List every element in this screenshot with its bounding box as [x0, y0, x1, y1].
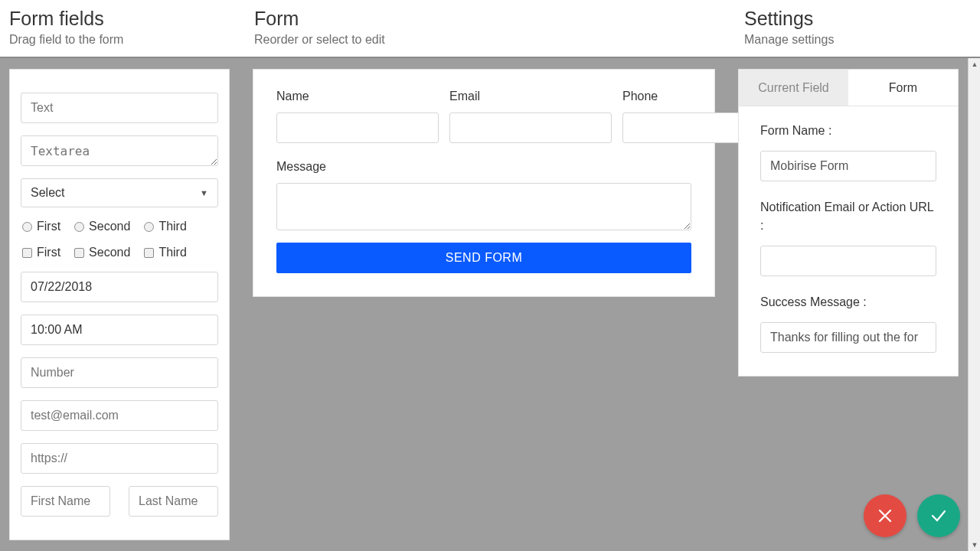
palette-lastname-field[interactable]	[129, 486, 218, 517]
workspace: Select ▼ First Second Third First Second…	[0, 58, 980, 551]
input-email[interactable]	[449, 112, 612, 143]
palette-radio-first[interactable]: First	[22, 220, 60, 233]
chevron-down-icon: ▼	[200, 188, 208, 197]
tab-form[interactable]: Form	[848, 70, 958, 106]
header-bar: Form fields Drag field to the form Form …	[0, 0, 980, 58]
header-sub-fields: Drag field to the form	[9, 33, 236, 47]
palette-checkbox-row: First Second Third	[21, 246, 218, 259]
palette-time-field[interactable]	[21, 315, 218, 345]
settings-panel: Current Field Form Form Name : Notificat…	[738, 69, 959, 377]
input-notification[interactable]	[760, 246, 936, 276]
palette-select-field[interactable]: Select ▼	[21, 178, 218, 207]
input-name[interactable]	[276, 112, 439, 143]
palette-radio-row: First Second Third	[21, 220, 218, 233]
palette-radio-third[interactable]: Third	[144, 220, 186, 233]
palette-date-field[interactable]	[21, 272, 218, 302]
header-col-form: Form Reorder or select to edit	[245, 0, 735, 57]
checkbox-icon	[74, 248, 84, 258]
palette-name-pair	[21, 486, 218, 517]
header-sub-settings: Manage settings	[744, 33, 971, 47]
radio-icon	[144, 222, 154, 232]
header-title-settings: Settings	[744, 8, 971, 30]
palette-radio-second[interactable]: Second	[74, 220, 130, 233]
palette-text-field[interactable]	[21, 93, 218, 123]
fab-row	[864, 494, 960, 537]
header-title-form: Form	[254, 8, 726, 30]
cancel-button[interactable]	[864, 494, 906, 537]
label-email: Email	[449, 90, 612, 103]
settings-tabs: Current Field Form	[739, 70, 958, 106]
header-col-settings: Settings Manage settings	[735, 0, 980, 57]
input-success-message[interactable]	[760, 322, 936, 353]
header-title-fields: Form fields	[9, 8, 236, 30]
palette-email-field[interactable]	[21, 400, 218, 431]
label-name: Name	[276, 90, 439, 103]
checkbox-icon	[22, 248, 32, 258]
header-col-fields: Form fields Drag field to the form	[0, 0, 245, 57]
form-row-top: Name Email Phone	[276, 90, 691, 143]
label-message: Message	[276, 160, 691, 174]
vertical-scrollbar[interactable]: ▲ ▼	[968, 58, 980, 551]
field-palette: Select ▼ First Second Third First Second…	[9, 69, 230, 540]
form-field-message[interactable]: Message	[276, 160, 691, 230]
scroll-up-icon[interactable]: ▲	[969, 58, 980, 70]
radio-icon	[74, 222, 84, 232]
label-success-message: Success Message :	[760, 293, 936, 311]
palette-check-first[interactable]: First	[22, 246, 60, 259]
palette-check-third[interactable]: Third	[144, 246, 186, 259]
form-field-name[interactable]: Name	[276, 90, 439, 143]
scroll-down-icon[interactable]: ▼	[969, 539, 980, 551]
input-message[interactable]	[276, 183, 691, 230]
tab-current-field[interactable]: Current Field	[739, 70, 848, 106]
palette-select-label: Select	[31, 186, 64, 200]
form-field-email[interactable]: Email	[449, 90, 612, 143]
palette-check-second[interactable]: Second	[74, 246, 130, 259]
confirm-button[interactable]	[917, 494, 960, 537]
checkbox-icon	[144, 248, 154, 258]
settings-body: Form Name : Notification Email or Action…	[739, 106, 958, 376]
check-icon	[929, 507, 948, 525]
form-canvas[interactable]: Name Email Phone Message SEND FORM	[253, 69, 715, 297]
palette-url-field[interactable]	[21, 443, 218, 474]
radio-icon	[22, 222, 32, 232]
palette-firstname-field[interactable]	[21, 486, 110, 517]
send-form-button[interactable]: SEND FORM	[276, 243, 691, 273]
label-form-name: Form Name :	[760, 122, 936, 140]
palette-number-field[interactable]	[21, 357, 218, 388]
header-sub-form: Reorder or select to edit	[254, 33, 726, 47]
label-notification: Notification Email or Action URL :	[760, 198, 936, 235]
palette-textarea-field[interactable]	[21, 135, 218, 166]
input-form-name[interactable]	[760, 151, 936, 181]
close-icon	[876, 507, 894, 525]
